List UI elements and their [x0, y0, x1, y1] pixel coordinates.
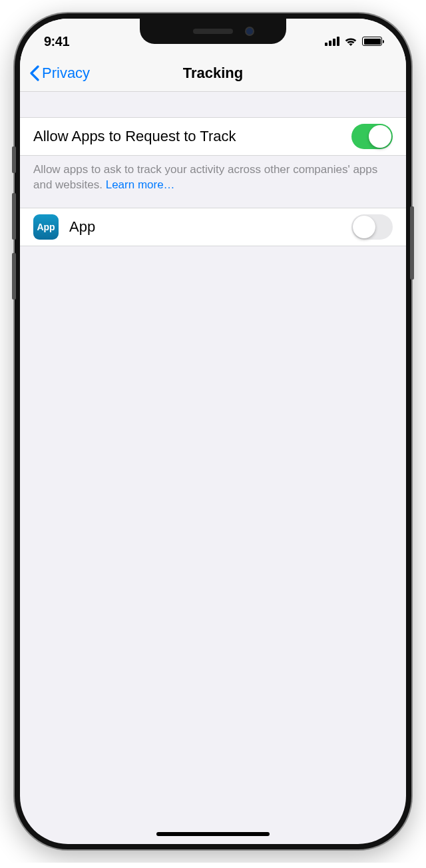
section-footer: Allow apps to ask to track your activity…: [20, 156, 406, 208]
chevron-left-icon: [29, 65, 39, 81]
app-tracking-cell: App App: [20, 208, 406, 246]
battery-icon: [362, 37, 382, 46]
settings-content: Allow Apps to Request to Track Allow app…: [20, 92, 406, 246]
power-button: [410, 206, 414, 280]
device-frame: 9:41 Privacy: [15, 13, 411, 849]
status-time: 9:41: [44, 34, 69, 49]
home-indicator[interactable]: [156, 832, 270, 836]
wifi-icon: [344, 37, 357, 47]
navigation-bar: Privacy Tracking: [20, 55, 406, 92]
mute-switch: [12, 146, 16, 173]
app-name-label: App: [69, 218, 351, 236]
notch: [140, 19, 286, 44]
allow-apps-request-track-toggle[interactable]: [351, 124, 393, 149]
app-tracking-toggle[interactable]: [351, 214, 393, 240]
volume-down-button: [12, 253, 16, 300]
learn-more-link[interactable]: Learn more…: [106, 178, 175, 191]
app-icon-label: App: [37, 222, 55, 232]
page-title: Tracking: [183, 65, 243, 82]
footer-text: Allow apps to ask to track your activity…: [33, 163, 377, 191]
back-button[interactable]: Privacy: [29, 65, 90, 82]
back-label: Privacy: [42, 65, 90, 82]
volume-up-button: [12, 193, 16, 240]
cellular-signal-icon: [325, 37, 339, 46]
allow-apps-request-track-cell: Allow Apps to Request to Track: [20, 117, 406, 156]
app-icon: App: [33, 214, 59, 240]
allow-apps-request-track-label: Allow Apps to Request to Track: [33, 128, 351, 145]
